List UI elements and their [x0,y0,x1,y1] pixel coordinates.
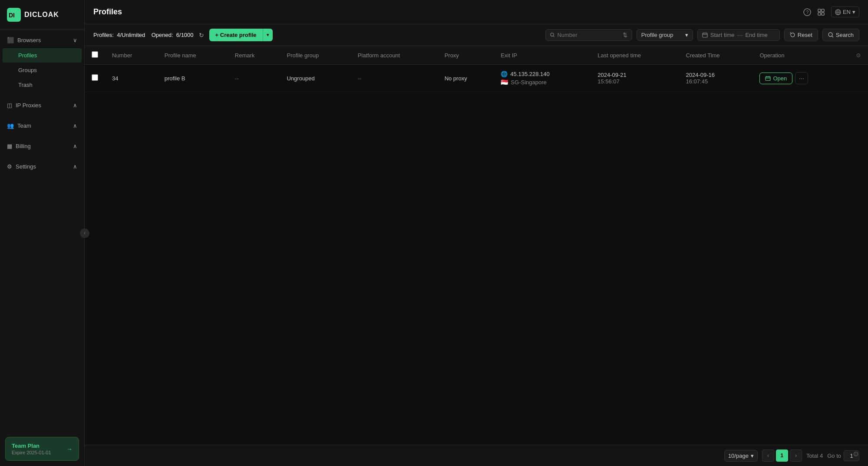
team-header[interactable]: 👥 Team ∧ [0,118,84,133]
page-1-button[interactable]: 1 [776,449,788,462]
logo: DI DICLOAK [0,0,84,30]
exit-location: SG-Singapore [511,79,546,86]
browsers-label: Browsers [17,37,41,43]
calendar-icon [702,32,708,38]
refresh-button[interactable]: ↻ [199,32,204,39]
row-profile-group: Ungrouped [280,65,350,92]
svg-rect-13 [703,33,707,37]
team-plan-card[interactable]: Team Plan Expire 2025-01-01 → [5,437,79,461]
reset-button[interactable]: Reset [784,29,818,41]
next-page-button[interactable]: › [790,449,802,462]
billing-header[interactable]: ▦ Billing ∧ [0,139,84,154]
select-all-cell [85,46,105,65]
profiles-count-value: 4/Unlimited [117,32,145,38]
col-profile-name: Profile name [158,46,228,65]
search-input[interactable] [557,32,620,38]
browsers-chevron: ∨ [73,37,77,43]
bottom-settings-icon[interactable]: ⚙ [850,448,862,460]
open-profile-button[interactable]: Open [759,73,792,84]
reset-label: Reset [798,32,812,38]
language-selector[interactable]: EN ▾ [831,7,859,17]
exit-ip-value: 45.135.228.140 [510,71,549,77]
svg-rect-4 [818,9,821,12]
col-platform-account: Platform account [351,46,438,65]
pagination-bar: 10/page ▾ ‹ 1 › Total 4 Go to [85,445,868,466]
col-profile-group: Profile group [280,46,350,65]
start-time-label: Start time [710,32,735,38]
team-label: Team [17,122,31,129]
column-settings-icon[interactable]: ⚙ [856,52,861,59]
settings-label: Settings [16,163,36,170]
svg-line-12 [553,36,554,37]
sidebar-item-groups[interactable]: Groups [3,63,82,77]
ip-proxies-header[interactable]: ◫ IP Proxies ∧ [0,98,84,113]
more-options-button[interactable]: ··· [795,72,808,84]
prev-page-button[interactable]: ‹ [762,449,774,462]
select-all-checkbox[interactable] [92,51,98,58]
settings-header[interactable]: ⚙ Settings ∧ [0,159,84,174]
layout-icon-btn[interactable] [817,8,825,16]
ip-proxies-section: ◫ IP Proxies ∧ [0,95,84,116]
table-row: 34 profile B -- Ungrouped -- No proxy 🌐 … [85,65,868,92]
row-extra [849,65,868,92]
billing-icon: ▦ [7,143,12,149]
profiles-label: Profiles [18,52,37,59]
svg-rect-19 [766,76,770,80]
col-exit-ip: Exit IP [494,46,591,65]
col-number: Number [105,46,158,65]
per-page-chevron: ▾ [751,453,754,459]
svg-rect-7 [822,13,824,15]
create-profile-wrapper: + Create profile ▾ [209,29,273,41]
col-operation: Operation [752,46,849,65]
row-checkbox[interactable] [92,74,98,81]
svg-line-18 [832,36,833,37]
profile-name-sort[interactable]: Profile name [165,52,196,59]
help-icon-btn[interactable]: ? [803,8,811,16]
total-label: Total 4 [806,453,823,459]
search-icon [550,32,555,38]
reset-icon [790,32,795,38]
logo-icon: DI [7,8,21,22]
topbar-actions: ? EN ▾ [803,7,859,17]
svg-rect-5 [822,9,824,12]
create-profile-button[interactable]: + Create profile [209,29,263,41]
open-icon [765,76,771,81]
sidebar-item-profiles[interactable]: Profiles [3,48,82,63]
col-last-opened: Last opened time [591,46,679,65]
browsers-icon: ⬛ [7,37,14,43]
datetime-range-picker[interactable]: Start time — End time [697,29,780,41]
ip-proxies-chevron: ∧ [73,102,77,109]
exit-flag: 🇸🇬 [501,79,508,86]
date-separator: — [737,32,743,38]
globe-icon [835,9,841,15]
logo-text: DICLOAK [24,11,59,19]
profile-group-selector[interactable]: Profile group ▾ [637,29,693,41]
create-profile-dropdown-button[interactable]: ▾ [263,29,273,41]
topbar: Profiles ? [85,0,868,24]
team-plan-arrow: → [66,446,73,453]
search-btn-label: Search [836,32,854,38]
sidebar-bottom: Team Plan Expire 2025-01-01 → [0,432,84,466]
per-page-selector[interactable]: 10/page ▾ [724,450,758,462]
profile-group-label: Profile group [641,32,673,38]
toolbar-left: Profiles: 4/Unlimited Opened: 6/1000 ↻ +… [93,29,273,41]
profiles-table-container: Number Profile name Remark Profile group… [85,46,868,445]
filter-icon[interactable]: ⇅ [623,32,627,38]
sidebar-item-trash[interactable]: Trash [3,78,82,92]
col-created-time: Created Time [679,46,753,65]
billing-section: ▦ Billing ∧ [0,136,84,156]
opened-label: Opened: [152,32,173,38]
search-input-wrapper: ⇅ [545,29,632,41]
ip-proxies-label: IP Proxies [16,102,41,109]
sidebar-collapse-button[interactable]: ‹ [80,228,89,238]
page-title: Profiles [93,7,122,17]
end-time-label: End time [745,32,767,38]
browsers-header[interactable]: ⬛ Browsers ∨ [0,33,84,48]
svg-point-11 [551,33,554,36]
number-sort[interactable]: Number [112,52,132,59]
lang-label: EN [843,9,851,15]
trash-label: Trash [18,82,33,88]
team-section: 👥 Team ∧ [0,116,84,136]
row-checkbox-cell [85,65,105,92]
search-button[interactable]: Search [822,29,859,41]
